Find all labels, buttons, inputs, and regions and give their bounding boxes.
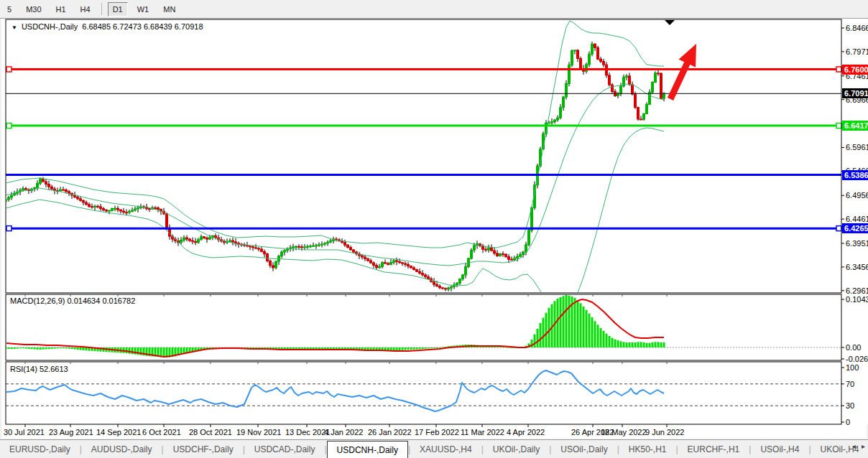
chart-symbol-period: USDCNH-,Daily [22, 22, 78, 31]
date-label: 23 Aug 2021 [49, 428, 93, 436]
date-label: 6 Oct 2021 [142, 428, 181, 436]
price-tick-label: 6.34560 [846, 263, 867, 271]
macd-tick-label: 0.00 [846, 343, 867, 352]
hline-anchor[interactable] [836, 123, 841, 128]
date-label: 26 Jan 2022 [368, 428, 412, 436]
symbol-tab-eurusd-daily[interactable]: EURUSD-,Daily [0, 440, 80, 458]
macd-indicator-label: MACD(12,26,9) 0.014634 0.016782 [10, 296, 135, 305]
date-label: 28 Oct 2021 [189, 428, 232, 436]
tab-scroll-left-button[interactable]: ◂ [852, 442, 856, 450]
date-label: 4 Jan 2022 [324, 428, 363, 436]
price-tick-label: 6.29610 [846, 286, 867, 295]
symbol-tab-audusd-daily[interactable]: AUDUSD-,Daily [82, 440, 162, 458]
price-tick-label: 6.79710 [846, 47, 867, 56]
date-label: 4 Apr 2022 [507, 428, 545, 436]
symbol-tab-eurchf-h1[interactable]: EURCHF-,H1 [678, 440, 749, 458]
date-label: 9 Jun 2022 [645, 428, 684, 436]
macd-tick-label: 0.104313 [846, 295, 867, 304]
symbol-tab-usdchf-daily[interactable]: USDCHF-,Daily [164, 440, 243, 458]
price-tick-label: 6.84660 [846, 24, 867, 32]
date-label: 30 Jul 2021 [4, 428, 45, 436]
hline-anchor[interactable] [6, 226, 11, 231]
macd-tick-label: -0.02624 [846, 355, 867, 363]
collapse-arrow-icon[interactable]: ▼ [11, 24, 17, 31]
symbol-tab-usoil-daily[interactable]: USOil-,Daily [551, 440, 617, 458]
price-tick-label: 6.44610 [846, 215, 867, 223]
price-badge: 6.53869 [842, 170, 868, 180]
symbol-tab-hk50-h1[interactable]: HK50-,H1 [619, 440, 676, 458]
hline-anchor[interactable] [836, 226, 841, 231]
price-badge: 6.42652 [842, 223, 868, 233]
tab-scroll-right-button[interactable]: ▸ [862, 442, 865, 450]
tab-scroll-buttons: ◂▸ [852, 442, 865, 450]
hline-anchor[interactable] [6, 67, 11, 72]
chart-title: ▼USDCNH-,Daily 6.68485 6.72473 6.68439 6… [11, 22, 203, 31]
price-tick-label: 6.59610 [846, 143, 867, 151]
price-tick-label: 6.49560 [846, 191, 867, 200]
price-badge: 6.64178 [842, 121, 868, 131]
rsi-tick-label: 0 [846, 418, 867, 426]
hline-anchor[interactable] [836, 67, 841, 72]
price-badge: 6.70918 [842, 88, 868, 98]
date-label: 18 May 2022 [601, 428, 647, 436]
date-label: 19 Nov 2021 [236, 428, 281, 436]
symbol-tab-usoil-h4[interactable]: USOil-,H4 [751, 440, 808, 458]
rsi-indicator-label: RSI(14) 52.6613 [10, 365, 68, 373]
rsi-tick-label: 70 [846, 380, 867, 388]
date-label: 14 Sep 2021 [96, 428, 141, 436]
price-badge: 6.76002 [842, 65, 868, 75]
rsi-tick-label: 30 [846, 401, 867, 410]
symbol-tab-xauusd-h4[interactable]: XAUUSD-,H4 [410, 440, 481, 458]
symbol-tab-bar: EURUSD-,Daily|AUDUSD-,Daily|USDCHF-,Dail… [0, 439, 868, 458]
hline-anchor[interactable] [6, 123, 11, 128]
symbol-tab-usdcad-daily[interactable]: USDCAD-,Daily [245, 440, 325, 458]
rsi-tick-label: 100 [846, 363, 867, 372]
price-tick-label: 6.39510 [846, 239, 867, 248]
symbol-tab-ukoil-daily[interactable]: UKOil-,Daily [484, 440, 549, 458]
symbol-tab-usdcnh-daily[interactable]: USDCNH-,Daily [327, 441, 408, 458]
chart-canvas[interactable] [0, 0, 868, 458]
chart-ohlc-values: 6.68485 6.72473 6.68439 6.70918 [82, 22, 203, 31]
date-label: 11 Mar 2022 [461, 428, 504, 436]
date-label: 17 Feb 2022 [415, 428, 459, 436]
